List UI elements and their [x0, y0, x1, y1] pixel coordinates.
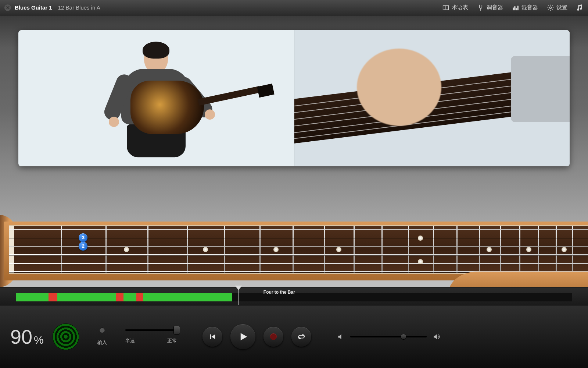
close-icon [6, 6, 10, 9]
tuner-label: 调音器 [487, 4, 503, 11]
mixer-button[interactable]: 混音器 [512, 4, 538, 11]
music-note-button[interactable] [576, 4, 584, 11]
book-icon [442, 4, 449, 11]
instructor-figure [121, 44, 191, 157]
input-control[interactable]: 输入 [97, 328, 107, 346]
fret-inlay [562, 247, 567, 252]
string [9, 238, 588, 238]
timeline-segment[interactable] [143, 293, 232, 301]
svg-rect-6 [517, 6, 519, 10]
speed-label-normal: 正常 [167, 337, 177, 344]
gear-icon [547, 4, 554, 11]
svg-point-7 [550, 7, 552, 8]
record-button[interactable] [263, 327, 283, 347]
loop-button[interactable] [291, 327, 311, 347]
svg-rect-8 [210, 335, 211, 339]
speed-label-half: 半速 [125, 337, 135, 344]
timeline-segment[interactable] [136, 293, 144, 301]
close-button[interactable] [4, 4, 11, 11]
guitar-region: 32 [0, 222, 588, 291]
practice-score: 90 % [10, 325, 44, 348]
playhead-line [239, 290, 239, 305]
loop-icon [297, 333, 305, 341]
music-note-icon [576, 4, 584, 11]
string [9, 229, 588, 230]
fretboard[interactable]: 32 [9, 225, 588, 274]
rewind-button[interactable] [202, 327, 222, 347]
video-instructor-wide[interactable] [18, 30, 294, 166]
score-target-graphic[interactable] [53, 323, 79, 350]
settings-button[interactable]: 设置 [547, 4, 567, 11]
transport-bar: 90 % 输入 半速 正常 [0, 305, 588, 368]
speed-thumb[interactable] [173, 326, 180, 335]
svg-rect-3 [513, 8, 514, 10]
transport-buttons [202, 324, 311, 349]
fret-inlay [203, 247, 208, 252]
mixer-label: 混音器 [521, 4, 538, 11]
timeline-segment[interactable] [123, 293, 136, 301]
volume-low-icon [337, 333, 344, 340]
fret-inlay [418, 259, 423, 264]
volume-control[interactable] [337, 333, 440, 340]
mixer-icon [512, 4, 519, 11]
string [9, 246, 588, 247]
fret-inlay [273, 247, 279, 252]
record-icon [270, 333, 277, 340]
input-label: 输入 [97, 339, 107, 346]
timeline[interactable]: Four to the Bar [0, 287, 588, 305]
tuning-fork-icon [477, 4, 484, 11]
lesson-subtitle: 12 Bar Blues in A [58, 4, 100, 11]
string [9, 254, 588, 255]
score-unit: % [34, 334, 44, 346]
fret-inlay [526, 247, 531, 252]
rewind-icon [208, 333, 216, 341]
speed-slider[interactable]: 半速 正常 [125, 329, 177, 344]
top-bar: Blues Guitar 1 12 Bar Blues in A 术语表 调音器… [0, 0, 588, 15]
play-icon [237, 331, 248, 342]
timeline-segment[interactable] [16, 293, 49, 301]
timeline-segment[interactable] [49, 293, 57, 301]
fret-inlay [418, 236, 423, 241]
settings-label: 设置 [556, 4, 567, 11]
timeline-segment[interactable] [57, 293, 116, 301]
glossary-button[interactable]: 术语表 [442, 4, 468, 11]
fret-inlay [487, 247, 492, 252]
fret-inlay [124, 247, 129, 252]
fret-inlay [336, 247, 341, 252]
lesson-stage: 32 [0, 15, 588, 287]
volume-thumb[interactable] [401, 334, 406, 340]
play-button[interactable] [230, 324, 255, 349]
svg-rect-4 [514, 6, 516, 10]
tuner-button[interactable]: 调音器 [477, 4, 503, 11]
score-value: 90 [10, 325, 32, 348]
lesson-title: Blues Guitar 1 [15, 4, 52, 11]
string [9, 263, 588, 264]
volume-high-icon [433, 333, 440, 340]
glossary-label: 术语表 [452, 4, 468, 11]
svg-rect-5 [516, 8, 517, 10]
video-fret-closeup[interactable] [294, 30, 570, 166]
finger-marker: 3 [79, 233, 87, 242]
video-panel [18, 30, 570, 166]
section-label: Four to the Bar [263, 290, 295, 295]
finger-marker: 2 [79, 242, 87, 251]
timeline-segment[interactable] [116, 293, 123, 301]
input-dial-icon [100, 328, 105, 333]
